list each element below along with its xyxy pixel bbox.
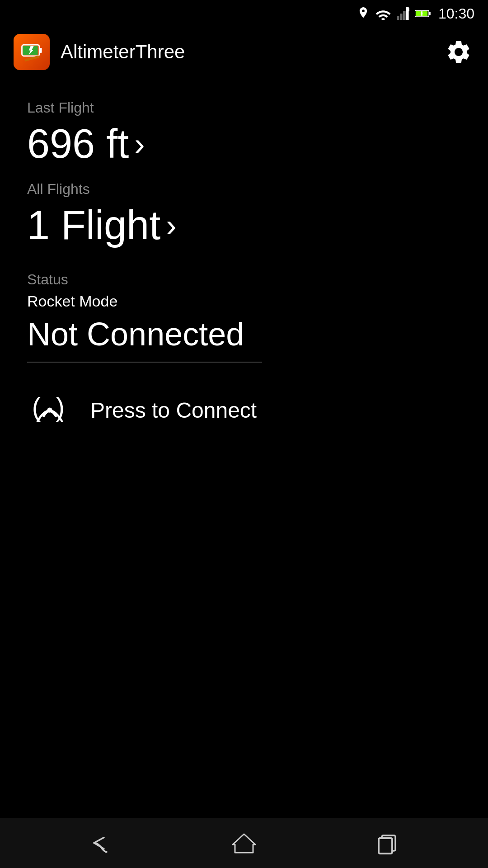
- last-flight-reading: 696 ft: [27, 121, 129, 167]
- last-flight-section: Last Flight 696 ft ›: [27, 99, 461, 167]
- svg-rect-12: [39, 47, 42, 52]
- wifi-icon: [375, 7, 391, 20]
- svg-rect-2: [403, 11, 406, 20]
- all-flights-count: 1 Flight: [27, 202, 160, 249]
- app-bar: AltimeterThree: [0, 27, 488, 77]
- all-flights-value[interactable]: 1 Flight ›: [27, 202, 461, 249]
- recents-icon: [375, 832, 402, 854]
- svg-rect-7: [429, 12, 431, 15]
- home-icon: [230, 832, 258, 854]
- battery-icon: [415, 7, 431, 20]
- status-bar: 10:30: [0, 0, 488, 27]
- location-icon: [357, 6, 370, 21]
- app-title: AltimeterThree: [61, 41, 185, 63]
- app-icon: [14, 34, 50, 70]
- svg-marker-20: [233, 834, 255, 853]
- battery-app-icon: [19, 40, 44, 65]
- last-flight-value[interactable]: 696 ft ›: [27, 121, 461, 167]
- gear-icon: [445, 38, 472, 66]
- connect-button[interactable]: ( ) · Press to Connect: [27, 385, 461, 435]
- last-flight-label: Last Flight: [27, 99, 461, 116]
- wireless-icon: ( ) ·: [29, 394, 70, 426]
- all-flights-chevron: ›: [166, 208, 176, 244]
- all-flights-section: All Flights 1 Flight ›: [27, 181, 461, 249]
- svg-rect-1: [400, 14, 403, 20]
- main-content: Last Flight 696 ft › All Flights 1 Fligh…: [0, 77, 488, 435]
- svg-text:·: ·: [44, 404, 48, 420]
- status-icons: 10:30: [357, 5, 474, 22]
- status-section: Status Rocket Mode Not Connected ( ) ·: [27, 271, 461, 435]
- settings-button[interactable]: [443, 36, 474, 68]
- status-mode: Rocket Mode: [27, 292, 461, 310]
- nav-bar: [0, 818, 488, 868]
- status-time: 10:30: [438, 5, 474, 22]
- app-bar-left: AltimeterThree: [14, 34, 185, 70]
- back-button[interactable]: [72, 825, 127, 861]
- home-button[interactable]: [217, 825, 271, 861]
- all-flights-label: All Flights: [27, 181, 461, 198]
- signal-icon: [397, 7, 409, 20]
- connection-status: Not Connected: [27, 316, 461, 353]
- status-divider: [27, 362, 262, 363]
- svg-text:): ): [56, 394, 65, 422]
- svg-text:(: (: [32, 394, 41, 422]
- svg-rect-22: [379, 838, 392, 854]
- recents-button[interactable]: [361, 825, 416, 861]
- status-label: Status: [27, 271, 461, 288]
- connect-label: Press to Connect: [90, 398, 257, 423]
- svg-rect-0: [397, 16, 399, 20]
- back-icon: [86, 832, 113, 854]
- radio-waves-icon: ( ) ·: [27, 394, 72, 426]
- last-flight-chevron: ›: [134, 126, 145, 162]
